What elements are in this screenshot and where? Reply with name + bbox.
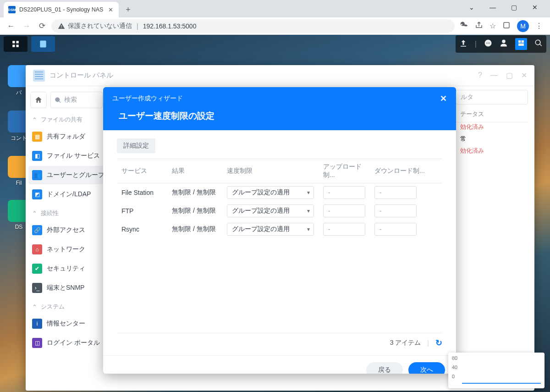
cell-service: File Station xyxy=(117,183,167,202)
table-row[interactable]: Rsync 無制限 / 無制限 グループ設定の適用 - - xyxy=(117,220,442,238)
cp-sidebar: 検索 ⌃ファイルの共有 ▦共有フォルダ ◧ファイル サービス 👥ユーザーとグルー… xyxy=(26,86,107,391)
network-icon: ⌂ xyxy=(32,244,42,254)
star-icon[interactable]: ☆ xyxy=(490,22,496,30)
back-button[interactable]: 戻る xyxy=(366,362,403,374)
wizard-close-icon[interactable]: ✕ xyxy=(440,94,447,104)
wizard-item-count-row: 3 アイテム | ↻ xyxy=(117,333,442,348)
sidebar-item-info-center[interactable]: i情報センター xyxy=(28,315,104,333)
filter-input[interactable]: ルタ xyxy=(456,90,528,105)
omnibox-separator: | xyxy=(137,22,138,30)
separator: | xyxy=(475,40,477,48)
nav-back-icon[interactable]: ← xyxy=(5,20,17,33)
svg-rect-5 xyxy=(40,41,46,48)
extensions-icon[interactable] xyxy=(502,21,511,31)
chevron-down-icon[interactable]: ⌄ xyxy=(461,0,482,14)
search-icon[interactable] xyxy=(534,39,543,49)
advanced-settings-button[interactable]: 詳細設定 xyxy=(117,138,155,153)
cp-search-input[interactable]: 検索 xyxy=(50,92,103,108)
chat-icon[interactable] xyxy=(484,39,492,49)
svg-rect-2 xyxy=(16,41,19,43)
nav-forward-icon[interactable]: → xyxy=(20,20,33,33)
tab-title: DS220PLUS_01 - Synology NAS xyxy=(19,6,103,13)
col-result[interactable]: 結果 xyxy=(167,159,222,183)
upload-input[interactable]: - xyxy=(323,186,365,199)
window-close-icon[interactable]: ✕ xyxy=(521,71,527,80)
cell-service: FTP xyxy=(117,202,167,220)
omnibox[interactable]: 保護されていない通信 | 192.168.1.53:5000 xyxy=(51,19,455,33)
side-group-file-sharing[interactable]: ⌃ファイルの共有 xyxy=(28,111,104,127)
cell-result: 無制限 / 無制限 xyxy=(167,220,222,238)
download-input[interactable]: - xyxy=(374,223,417,236)
sidebar-item-login-portal[interactable]: ◫ログイン ポータル xyxy=(28,334,104,352)
speed-limit-select[interactable]: グループ設定の適用 xyxy=(227,223,314,236)
key-icon[interactable] xyxy=(460,21,468,31)
download-input[interactable]: - xyxy=(374,204,417,217)
col-service[interactable]: サービス xyxy=(117,159,167,183)
sidebar-item-external-access[interactable]: 🔗外部アクセス xyxy=(28,221,104,239)
window-minimize-icon[interactable]: — xyxy=(490,71,498,80)
terminal-icon: ›_ xyxy=(32,283,42,293)
svg-rect-6 xyxy=(518,40,521,43)
chart-line xyxy=(462,383,541,384)
sidebar-item-terminal-snmp[interactable]: ›_端末とSNMP xyxy=(28,279,104,297)
upload-icon[interactable] xyxy=(459,39,468,49)
col-upload[interactable]: アップロード制... xyxy=(319,159,370,183)
refresh-icon[interactable]: ↻ xyxy=(435,338,442,348)
download-input[interactable]: - xyxy=(374,186,417,199)
svg-rect-7 xyxy=(522,40,524,43)
kebab-menu-icon[interactable]: ⋮ xyxy=(535,22,543,30)
user-icon[interactable] xyxy=(500,39,508,49)
speed-limit-select[interactable]: グループ設定の適用 xyxy=(227,204,314,217)
taskbar-app-icon[interactable] xyxy=(31,36,55,52)
dsm-desktop: | パ コント Fil DS コントロール パネル ? — ▢ ✕ xyxy=(0,35,550,392)
wizard-title: ユーザー速度制限の設定 xyxy=(112,110,447,122)
cell-result: 無制限 / 無制限 xyxy=(167,202,222,220)
upload-input[interactable]: - xyxy=(323,223,365,236)
services-icon: ◧ xyxy=(32,151,42,161)
side-group-connectivity[interactable]: ⌃接続性 xyxy=(28,204,104,220)
chevron-up-icon: ⌃ xyxy=(32,116,37,123)
sidebar-item-users-groups[interactable]: 👥ユーザーとグループ xyxy=(28,166,104,184)
sidebar-item-file-services[interactable]: ◧ファイル サービス xyxy=(28,147,104,165)
tab-favicon-icon: DSM xyxy=(8,6,16,13)
control-panel-icon xyxy=(33,70,45,82)
nav-reload-icon[interactable]: ⟳ xyxy=(36,20,49,33)
window-minimize-icon[interactable]: — xyxy=(482,0,503,14)
speed-limit-select[interactable]: グループ設定の適用 xyxy=(227,186,314,199)
profile-avatar-icon[interactable]: M xyxy=(517,20,529,32)
side-group-system[interactable]: ⌃システム xyxy=(28,298,104,314)
svg-rect-0 xyxy=(504,22,509,28)
resource-monitor-widget[interactable]: 80 40 0 xyxy=(448,353,544,388)
taskbar-main-menu-icon[interactable] xyxy=(4,36,28,52)
not-secure-icon: 保護されていない通信 xyxy=(58,22,132,30)
col-speed-limit[interactable]: 速度制限 xyxy=(222,159,319,183)
new-tab-button[interactable]: + xyxy=(121,3,134,16)
wizard-body: 詳細設定 サービス 結果 速度制限 アップロード制... ダウンロード制... … xyxy=(103,130,456,355)
folder-icon: ▦ xyxy=(32,132,42,142)
help-icon[interactable]: ? xyxy=(478,71,482,80)
browser-tab[interactable]: DSM DS220PLUS_01 - Synology NAS ✕ xyxy=(4,2,119,17)
col-download[interactable]: ダウンロード制... xyxy=(370,159,442,183)
sidebar-item-domain-ldap[interactable]: ◩ドメイン/LDAP xyxy=(28,185,104,204)
sidebar-item-security[interactable]: ✔セキュリティ xyxy=(28,259,104,278)
cp-header: コントロール パネル ? — ▢ ✕ xyxy=(26,65,534,86)
window-maximize-icon[interactable]: ▢ xyxy=(503,0,524,14)
chevron-up-icon: ⌃ xyxy=(32,210,37,217)
sidebar-item-network[interactable]: ⌂ネットワーク xyxy=(28,240,104,259)
svg-rect-1 xyxy=(12,41,15,43)
window-close-icon[interactable]: ✕ xyxy=(524,0,545,14)
cell-service: Rsync xyxy=(117,220,167,238)
speed-limit-table: サービス 結果 速度制限 アップロード制... ダウンロード制... File … xyxy=(117,159,442,238)
table-row[interactable]: FTP 無制限 / 無制限 グループ設定の適用 - - xyxy=(117,202,442,220)
upload-input[interactable]: - xyxy=(323,204,365,217)
tab-close-icon[interactable]: ✕ xyxy=(107,6,114,13)
sidebar-item-shared-folder[interactable]: ▦共有フォルダ xyxy=(28,127,104,146)
wizard-header: ユーザー作成ウィザード ✕ ユーザー速度制限の設定 xyxy=(103,87,456,130)
next-button[interactable]: 次へ xyxy=(408,362,445,374)
search-placeholder: 検索 xyxy=(64,96,77,104)
home-button[interactable] xyxy=(30,92,47,108)
window-maximize-icon[interactable]: ▢ xyxy=(506,71,513,80)
table-row[interactable]: File Station 無制限 / 無制限 グループ設定の適用 - - xyxy=(117,183,442,202)
widgets-icon[interactable] xyxy=(515,38,527,50)
share-icon[interactable] xyxy=(475,21,483,31)
